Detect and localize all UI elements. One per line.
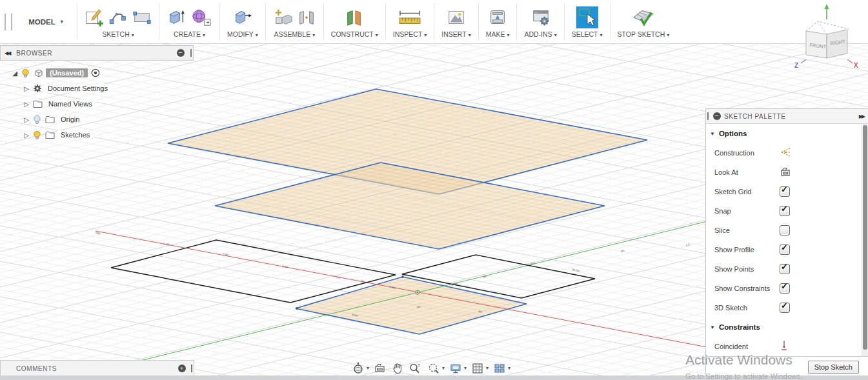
measure-icon[interactable] <box>396 8 424 27</box>
scrollbar-thumb[interactable] <box>863 125 867 350</box>
bulb-on-icon[interactable] <box>33 130 41 140</box>
checkbox-checked[interactable]: ✓ <box>780 245 790 255</box>
spline-icon[interactable] <box>108 8 128 27</box>
tree-item-label[interactable]: Document Settings <box>44 84 112 93</box>
joint-icon[interactable] <box>297 8 316 27</box>
tree-item-label[interactable]: Named Views <box>45 99 96 108</box>
display-settings-icon[interactable]: ▾ <box>448 362 468 375</box>
select-icon[interactable] <box>576 6 598 28</box>
orbit-icon[interactable]: ▾ <box>350 362 370 375</box>
checkbox-checked[interactable]: ✓ <box>780 206 790 216</box>
checkbox-checked[interactable]: ✓ <box>780 283 790 294</box>
chevron-down-icon: ▾ <box>600 32 603 38</box>
tree-item-label[interactable]: Origin <box>57 115 83 124</box>
toolbar-drag-handle-icon[interactable] <box>5 14 12 30</box>
lookat-icon[interactable] <box>780 166 791 178</box>
toolbar-group-label-sketch[interactable]: SKETCH▾ <box>102 30 134 40</box>
browser-tree-row[interactable]: ◢(Unsaved) <box>0 65 194 81</box>
toolbar-group-label-construct[interactable]: CONSTRUCT▾ <box>331 30 378 40</box>
workspace-switcher[interactable]: MODEL ▾ <box>15 4 77 39</box>
toolbar-group-label-make[interactable]: MAKE▾ <box>486 30 510 40</box>
panel-grip-icon[interactable] <box>190 49 192 57</box>
browser-header[interactable]: ◀◀ BROWSER − <box>0 45 194 61</box>
panel-grip-icon[interactable] <box>707 112 709 120</box>
viewports-icon[interactable]: ▾ <box>492 362 512 375</box>
gear-icon[interactable] <box>33 84 42 93</box>
zoom-window-icon[interactable]: ▾ <box>426 362 446 375</box>
toolbar-group-label-create[interactable]: CREATE▾ <box>174 30 205 40</box>
browser-tree-row[interactable]: ▷Document Settings <box>0 81 194 96</box>
checkbox-checked[interactable]: ✓ <box>780 186 790 197</box>
construction-plane-icon[interactable] <box>345 8 364 27</box>
scripts-addins-icon[interactable]: >- <box>531 8 550 27</box>
checkbox-unchecked[interactable] <box>780 225 790 235</box>
minimize-panel-icon[interactable]: − <box>177 49 185 57</box>
checkbox-checked[interactable]: ✓ <box>780 303 790 313</box>
browser-tree-row[interactable]: ▷Sketches <box>0 127 194 143</box>
expander-closed-icon[interactable]: ▷ <box>22 116 31 123</box>
palette-row-show-profile: Show Profile✓ <box>706 240 868 259</box>
form-icon[interactable] <box>190 8 212 27</box>
folder-icon[interactable] <box>45 115 55 124</box>
bulb-on-icon[interactable] <box>21 68 30 78</box>
expander-closed-icon[interactable]: ▷ <box>22 85 31 92</box>
cube-icon <box>32 68 46 77</box>
collapse-left-icon[interactable]: ◀◀ <box>5 50 10 56</box>
chevron-down-icon: ▾ <box>256 32 258 38</box>
browser-tree-row[interactable]: ▷Origin <box>0 112 194 127</box>
palette-row-show-points: Show Points✓ <box>706 259 868 279</box>
grid-settings-icon[interactable]: ▾ <box>470 362 490 375</box>
zoom-icon[interactable]: ± <box>407 362 424 375</box>
radio-target-icon[interactable] <box>91 68 100 77</box>
stop-sketch-icon[interactable] <box>631 7 656 28</box>
create-sketch-icon[interactable] <box>85 8 104 27</box>
tree-item-label[interactable]: Sketches <box>57 130 94 139</box>
browser-tree-row[interactable]: ▷Named Views <box>0 96 194 112</box>
folder-icon[interactable] <box>45 131 55 139</box>
press-pull-icon[interactable] <box>233 8 252 27</box>
folder-icon[interactable] <box>33 100 43 108</box>
insert-image-icon[interactable] <box>447 8 466 27</box>
collapse-right-icon[interactable]: ▶▶ <box>859 114 864 119</box>
3d-print-icon[interactable] <box>488 8 507 27</box>
palette-section-constraints[interactable]: ▼Constraints <box>706 317 868 337</box>
toolbar-group-label-inspect[interactable]: INSPECT▾ <box>393 30 427 40</box>
construction-icon[interactable] <box>780 147 791 159</box>
tree-item-label[interactable]: (Unsaved) <box>46 68 88 77</box>
palette-row-coincident: Coincident <box>706 337 868 356</box>
palette-row-label: Sketch Grid <box>714 188 780 195</box>
minimize-panel-icon[interactable]: − <box>713 112 721 120</box>
pan-icon[interactable] <box>390 362 405 375</box>
sketch-palette-header[interactable]: − SKETCH PALETTE ▶▶ <box>706 109 868 124</box>
toolbar-group-label-add-ins[interactable]: ADD-INS▾ <box>524 30 556 40</box>
bulb-off-icon[interactable] <box>33 115 41 125</box>
sketch-vertex-dot[interactable] <box>401 275 404 278</box>
palette-row-label: Look At <box>714 168 780 176</box>
coincident-icon[interactable] <box>780 340 789 353</box>
palette-row-label: Snap <box>714 207 780 215</box>
panel-grip-icon[interactable] <box>191 365 192 372</box>
expander-open-icon[interactable]: ◢ <box>10 70 19 77</box>
toolbar-group-stop-sketch: STOP SKETCH▾ <box>611 3 677 40</box>
sketch-vertex-dot[interactable] <box>296 307 298 310</box>
comments-bar[interactable]: COMMENTS + <box>0 360 194 377</box>
checkbox-checked[interactable]: ✓ <box>780 264 790 274</box>
toolbar-group-label-insert[interactable]: INSERT▾ <box>441 30 470 40</box>
add-comment-icon[interactable]: + <box>178 365 186 372</box>
expander-closed-icon[interactable]: ▷ <box>22 101 31 108</box>
new-component-icon[interactable] <box>273 8 292 27</box>
rectangle-2-point-icon[interactable] <box>132 8 152 27</box>
stop-sketch-button[interactable]: Stop Sketch <box>808 361 859 374</box>
toolbar-group-label-select[interactable]: SELECT▾ <box>572 30 603 40</box>
toolbar-group-label-stop-sketch[interactable]: STOP SKETCH▾ <box>618 30 670 40</box>
look-at-icon[interactable] <box>372 362 388 375</box>
triangle-down-icon: ▼ <box>710 325 715 330</box>
toolbar-group-label-assemble[interactable]: ASSEMBLE▾ <box>274 30 316 40</box>
palette-scrollbar[interactable] <box>862 124 868 356</box>
palette-section-options[interactable]: ▼Options <box>706 124 868 143</box>
chevron-down-icon: ▾ <box>132 32 134 38</box>
extrude-icon[interactable] <box>167 8 186 27</box>
toolbar-group-label-modify[interactable]: MODIFY▾ <box>227 30 258 40</box>
expander-closed-icon[interactable]: ▷ <box>22 132 31 139</box>
viewcube[interactable]: FRONT RIGHT Z X <box>793 1 860 69</box>
